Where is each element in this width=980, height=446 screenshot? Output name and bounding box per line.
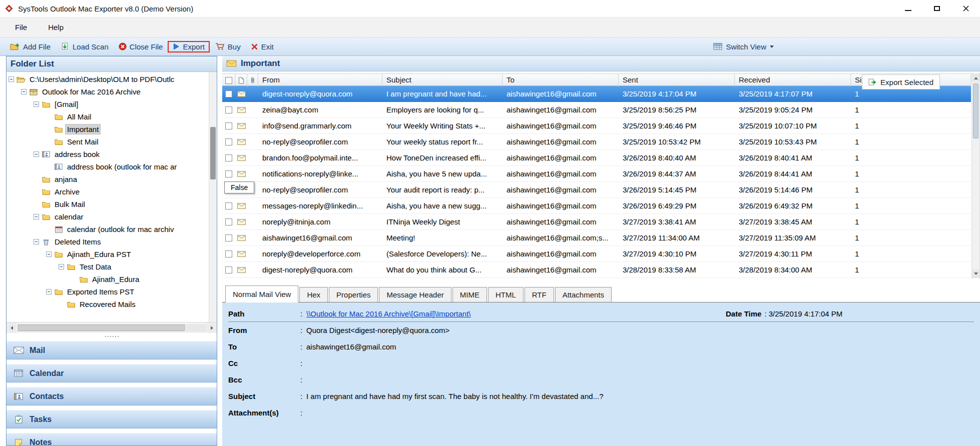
expander-icon[interactable] <box>34 214 39 220</box>
row-checkbox[interactable] <box>225 154 232 162</box>
tree-vertical-scrollbar[interactable] <box>209 72 217 322</box>
tree-item[interactable]: calendar <box>7 210 208 223</box>
toolbar-button[interactable]: Close File <box>114 41 168 52</box>
tree-item[interactable]: Deleted Items <box>7 236 208 248</box>
detail-tab[interactable]: RTF <box>525 287 554 302</box>
expander-icon[interactable] <box>34 152 39 157</box>
close-button[interactable] <box>962 4 970 12</box>
menu-item[interactable]: Help <box>44 21 68 34</box>
column-header-subject[interactable]: Subject <box>382 74 503 86</box>
mail-row[interactable]: noreply@itninja.com ITNinja Weekly Diges… <box>222 214 971 230</box>
column-header-to[interactable]: To <box>503 74 619 86</box>
scroll-left-button[interactable] <box>7 322 17 333</box>
row-checkbox[interactable] <box>225 90 232 98</box>
toolbar-button[interactable]: Exit <box>246 41 279 52</box>
expander-icon[interactable] <box>46 289 52 294</box>
nav-item[interactable]: Notes <box>7 433 217 446</box>
toolbar-button[interactable]: Load Scan <box>56 41 114 52</box>
row-checkbox[interactable] <box>225 106 232 114</box>
tree-item[interactable]: C:\Users\admin\Desktop\OLM to PDF\Outlc <box>7 73 208 86</box>
mail-vertical-scrollbar[interactable] <box>971 74 980 278</box>
detail-tab[interactable]: Properties <box>329 287 378 302</box>
tree-item[interactable]: All Mail <box>7 110 208 123</box>
export-selected-button[interactable]: Export Selected <box>862 74 940 90</box>
column-header-from[interactable]: From <box>258 74 382 86</box>
tree-item[interactable]: Recovered Mails <box>7 298 208 310</box>
tree-item[interactable]: Ajinath_Edura <box>7 273 208 286</box>
mail-row[interactable]: noreply@developerforce.com (Salesforce D… <box>222 246 971 262</box>
cell-received: 3/26/2019 8:44:41 AM <box>735 170 851 178</box>
column-header-sent[interactable]: Sent <box>619 74 735 86</box>
tree-item[interactable]: Sent Mail <box>7 136 208 148</box>
menu-item[interactable]: File <box>11 21 31 34</box>
row-checkbox[interactable] <box>225 250 232 258</box>
row-checkbox[interactable] <box>225 138 232 146</box>
tree-horizontal-scrollbar[interactable] <box>7 322 217 333</box>
row-checkbox[interactable] <box>225 234 232 242</box>
mail-row[interactable]: digest-noreply@quora.com What do you thi… <box>222 262 971 278</box>
scroll-up-button[interactable] <box>972 74 979 82</box>
toolbar-button[interactable]: Add File <box>5 41 56 52</box>
mail-row[interactable]: info@send.grammarly.com Your Weekly Writ… <box>222 118 971 134</box>
row-checkbox[interactable] <box>225 122 232 130</box>
expander-icon[interactable] <box>34 239 39 244</box>
detail-tab[interactable]: Hex <box>299 287 328 302</box>
splitter-gripper[interactable] <box>7 333 217 340</box>
detail-tab[interactable]: HTML <box>488 287 524 302</box>
toolbar-button[interactable]: Buy <box>210 41 246 52</box>
mail-row[interactable]: messages-noreply@linkedin... Aisha, you … <box>222 198 971 214</box>
switch-view-button[interactable]: Switch View <box>708 38 779 56</box>
scroll-right-button[interactable] <box>207 322 217 333</box>
document-column-header[interactable] <box>235 74 247 86</box>
mail-row[interactable]: brandon.foo@polymail.inte... How ToneDen… <box>222 150 971 166</box>
mail-row[interactable]: no-reply@seoprofiler.com Your weekly sta… <box>222 134 971 150</box>
maximize-button[interactable] <box>933 4 941 12</box>
scroll-down-button[interactable] <box>972 270 979 278</box>
nav-item[interactable]: Tasks <box>7 410 217 428</box>
tree-item[interactable]: Bulk Mail <box>7 198 208 210</box>
mail-row[interactable]: no-reply@seoprofiler.com Your audit repo… <box>222 182 971 198</box>
tree-item[interactable]: Ajinath_Edura PST <box>7 248 208 260</box>
row-checkbox[interactable] <box>225 170 232 178</box>
column-header-received[interactable]: Received <box>735 74 851 86</box>
tree-item[interactable]: anjana <box>7 173 208 186</box>
tree-item[interactable]: Test Data <box>7 260 208 273</box>
tree-item[interactable]: address book (outlook for mac ar <box>7 160 208 173</box>
expander-icon[interactable] <box>59 264 64 270</box>
tree-item[interactable]: Archive <box>7 186 208 198</box>
nav-item[interactable]: Calendar <box>7 364 217 382</box>
detail-tab[interactable]: Message Header <box>379 287 451 302</box>
scrollbar-thumb[interactable] <box>18 324 185 331</box>
minimize-button[interactable] <box>904 4 912 12</box>
mail-row[interactable]: notifications-noreply@linke... Aisha, yo… <box>222 166 971 182</box>
row-checkbox[interactable] <box>225 218 232 226</box>
detail-tab[interactable]: MIME <box>452 287 487 302</box>
toolbar-button[interactable]: Export <box>168 41 209 52</box>
mail-row[interactable]: aishawinget16@gmail.com Meeting! aishawi… <box>222 230 971 246</box>
attachment-column-header[interactable] <box>247 74 258 86</box>
tree-item[interactable]: Important <box>7 123 208 136</box>
cell-to: aishawinget16@gmail.com <box>503 122 619 130</box>
row-checkbox[interactable] <box>225 266 232 274</box>
expander-icon[interactable] <box>34 102 39 107</box>
select-all-header[interactable] <box>222 74 235 86</box>
detail-tab[interactable]: Normal Mail View <box>225 286 298 302</box>
tree-item[interactable]: calendar (outlook for mac archiv <box>7 223 208 236</box>
row-checkbox[interactable] <box>225 202 232 210</box>
detail-tab[interactable]: Attachments <box>555 287 612 302</box>
tree-item[interactable]: Exported Items PST <box>7 286 208 298</box>
expander-icon[interactable] <box>9 76 14 82</box>
nav-item[interactable]: Contacts <box>7 387 217 406</box>
nav-item[interactable]: Mail <box>7 341 217 360</box>
scrollbar-thumb[interactable] <box>973 84 978 138</box>
tree-item[interactable]: [Gmail] <box>7 98 208 110</box>
tree-item[interactable]: address book <box>7 148 208 160</box>
mail-row[interactable]: digest-noreply@quora.com I am pregnant a… <box>222 86 971 102</box>
expander-icon[interactable] <box>21 89 27 94</box>
select-all-checkbox[interactable] <box>225 77 232 84</box>
tree-item[interactable]: Outlook for Mac 2016 Archive <box>7 86 208 98</box>
expander-icon[interactable] <box>46 252 52 257</box>
mail-row[interactable]: zeina@bayt.com Employers are looking for… <box>222 102 971 118</box>
scrollbar-thumb[interactable] <box>210 127 216 180</box>
path-link[interactable]: \\Outlook for Mac 2016 Archive\[Gmail]\I… <box>306 310 475 318</box>
